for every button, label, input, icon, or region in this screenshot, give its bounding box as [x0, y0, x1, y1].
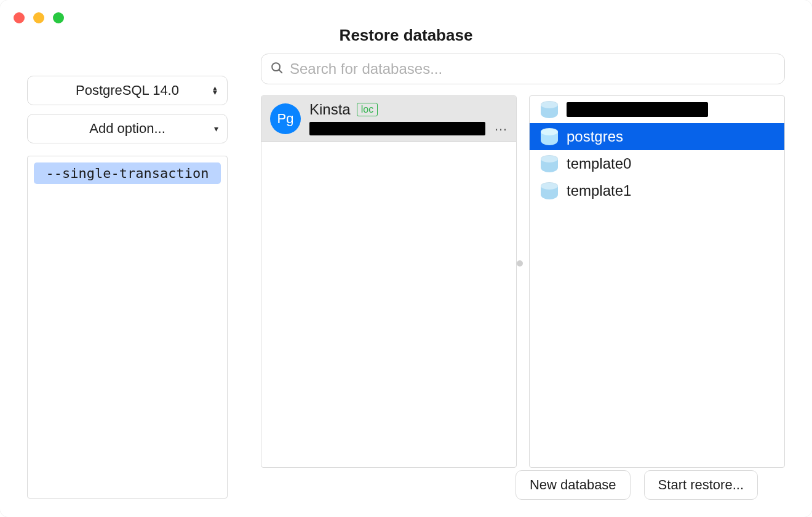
pg-version-label: PostgreSQL 14.0	[76, 82, 179, 98]
dialog-footer: New database Start restore...	[261, 468, 785, 517]
search-icon	[270, 61, 284, 77]
connection-host-redacted	[309, 122, 485, 135]
add-option-dropdown[interactable]: Add option... ▾	[27, 114, 228, 143]
location-badge: loc	[357, 103, 378, 116]
dialog-body: PostgreSQL 14.0 ▲▼ Add option... ▾ --sin…	[0, 54, 812, 517]
svg-line-1	[279, 70, 282, 73]
database-icon	[541, 101, 558, 118]
database-name-redacted	[567, 102, 708, 117]
stepper-icon: ▲▼	[212, 86, 218, 95]
window-controls	[14, 12, 64, 23]
new-database-button[interactable]: New database	[515, 470, 631, 500]
database-row-template0[interactable]: template0	[530, 150, 784, 177]
database-name: postgres	[567, 128, 623, 145]
options-list: --single-transaction	[27, 156, 228, 499]
split-handle[interactable]	[517, 260, 523, 267]
pg-version-select[interactable]: PostgreSQL 14.0 ▲▼	[27, 76, 228, 105]
start-restore-button[interactable]: Start restore...	[644, 470, 758, 500]
start-restore-label: Start restore...	[658, 477, 744, 493]
database-name: template0	[567, 155, 631, 172]
minimize-window-button[interactable]	[33, 12, 44, 23]
options-sidebar: PostgreSQL 14.0 ▲▼ Add option... ▾ --sin…	[0, 54, 234, 517]
database-icon	[541, 128, 558, 145]
ellipsis-icon: …	[494, 118, 507, 135]
connection-name: Kinsta	[309, 101, 351, 118]
databases-panel: postgres template0 template1	[529, 95, 785, 468]
connections-panel: Pg Kinsta loc …	[261, 95, 517, 468]
add-option-label: Add option...	[89, 121, 165, 137]
new-database-label: New database	[530, 477, 616, 493]
database-picker: Pg Kinsta loc …	[234, 54, 812, 517]
database-row-template1[interactable]: template1	[530, 177, 784, 204]
database-icon	[541, 155, 558, 172]
close-window-button[interactable]	[14, 12, 25, 23]
option-single-transaction[interactable]: --single-transaction	[34, 162, 221, 184]
database-icon	[541, 182, 558, 199]
database-row[interactable]	[530, 96, 784, 123]
database-name: template1	[567, 182, 631, 199]
database-row-postgres[interactable]: postgres	[530, 123, 784, 150]
search-field-wrapper[interactable]	[261, 54, 785, 84]
chevron-down-icon: ▾	[214, 124, 218, 134]
connection-row[interactable]: Pg Kinsta loc …	[261, 96, 516, 142]
connection-text: Kinsta loc	[309, 101, 485, 135]
dialog-title: Restore database	[0, 0, 812, 54]
postgres-icon: Pg	[270, 103, 301, 134]
search-input[interactable]	[290, 60, 776, 78]
maximize-window-button[interactable]	[53, 12, 64, 23]
pg-badge-text: Pg	[277, 111, 294, 127]
restore-database-window: Restore database PostgreSQL 14.0 ▲▼ Add …	[0, 0, 812, 517]
split-panels: Pg Kinsta loc …	[261, 95, 785, 468]
